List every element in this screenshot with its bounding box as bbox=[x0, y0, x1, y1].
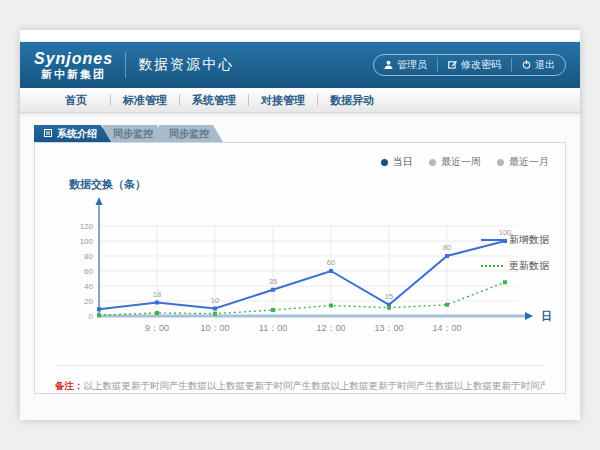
filter-last-month[interactable]: 最近一月 bbox=[497, 155, 549, 169]
svg-text:日期（小时）: 日期（小时） bbox=[541, 310, 551, 323]
tab-label: 系统介绍 bbox=[57, 127, 97, 141]
radio-icon bbox=[497, 159, 504, 166]
legend-item-new-data: 新增数据 bbox=[481, 233, 551, 247]
logo-text-en: Synjones bbox=[34, 51, 113, 67]
time-range-filters: 当日 最近一周 最近一月 bbox=[365, 155, 549, 169]
solid-line-icon bbox=[481, 239, 503, 241]
user-menu-admin[interactable]: 管理员 bbox=[384, 58, 427, 72]
filter-label: 最近一月 bbox=[509, 155, 549, 169]
svg-text:15: 15 bbox=[385, 292, 393, 301]
line-chart: 0204060801001209：0010：0011：0012：0013：001… bbox=[51, 196, 551, 346]
dotted-line-icon bbox=[481, 265, 503, 267]
tab-sync-monitor-2[interactable]: 同步监控 bbox=[159, 125, 223, 142]
nav-divider bbox=[179, 94, 180, 106]
logout-icon bbox=[522, 60, 535, 71]
svg-text:20: 20 bbox=[84, 297, 93, 306]
page-title: 数据资源中心 bbox=[138, 56, 234, 74]
svg-text:35: 35 bbox=[269, 277, 277, 286]
nav-item-data-change[interactable]: 数据异动 bbox=[324, 93, 380, 108]
app-header: Synjones 新中新集团 数据资源中心 管理员 修改密码 bbox=[20, 42, 580, 88]
tab-label: 同步监控 bbox=[169, 127, 209, 141]
user-menu-label: 退出 bbox=[535, 58, 555, 72]
svg-text:14：00: 14：00 bbox=[432, 323, 461, 333]
svg-text:80: 80 bbox=[443, 243, 451, 252]
tab-label: 同步监控 bbox=[113, 127, 153, 141]
svg-text:60: 60 bbox=[327, 258, 335, 267]
y-axis-title: 数据交换（条） bbox=[69, 177, 146, 192]
nav-divider bbox=[248, 94, 249, 106]
filter-label: 当日 bbox=[393, 155, 413, 169]
radio-selected-icon bbox=[381, 159, 388, 166]
nav-item-home[interactable]: 首页 bbox=[48, 93, 104, 108]
tab-system-intro[interactable]: 系统介绍 bbox=[34, 125, 111, 142]
app-window: Synjones 新中新集团 数据资源中心 管理员 修改密码 bbox=[20, 30, 580, 420]
filter-label: 最近一周 bbox=[441, 155, 481, 169]
svg-text:10: 10 bbox=[211, 296, 219, 305]
legend-item-updated-data: 更新数据 bbox=[481, 259, 551, 273]
svg-text:11：00: 11：00 bbox=[259, 323, 287, 333]
nav-divider bbox=[317, 94, 318, 106]
svg-text:120: 120 bbox=[80, 222, 94, 231]
main-nav: 首页 标准管理 系统管理 对接管理 数据异动 bbox=[20, 88, 580, 113]
chart-legend: 新增数据 更新数据 bbox=[481, 233, 551, 285]
user-menu-label: 修改密码 bbox=[461, 58, 501, 72]
filter-last-week[interactable]: 最近一周 bbox=[429, 155, 481, 169]
svg-text:60: 60 bbox=[84, 267, 93, 276]
footnote-label: 备注： bbox=[55, 380, 84, 391]
user-menu-label: 管理员 bbox=[397, 58, 427, 72]
user-icon bbox=[384, 60, 397, 71]
logo-text-cn: 新中新集团 bbox=[34, 69, 113, 80]
legend-label: 更新数据 bbox=[509, 259, 549, 273]
user-menu: 管理员 修改密码 退出 bbox=[373, 54, 566, 76]
svg-text:0: 0 bbox=[89, 312, 94, 321]
chart-panel: 当日 最近一周 最近一月 数据交换（条） 0204060801001209：00… bbox=[34, 142, 566, 394]
svg-text:13：00: 13：00 bbox=[374, 323, 403, 333]
tab-sync-monitor-1[interactable]: 同步监控 bbox=[103, 125, 167, 142]
svg-text:12：00: 12：00 bbox=[316, 323, 345, 333]
svg-text:10：00: 10：00 bbox=[200, 323, 229, 333]
svg-text:18: 18 bbox=[153, 290, 161, 299]
nav-item-interface-mgmt[interactable]: 对接管理 bbox=[255, 93, 311, 108]
tab-bar: 系统介绍 同步监控 同步监控 bbox=[34, 125, 215, 142]
footnote: 备注：以上数据更新于时间产生数据以上数据更新于时间产生数据以上数据更新于时间产生… bbox=[55, 365, 545, 393]
header-divider bbox=[125, 52, 126, 78]
nav-item-system-mgmt[interactable]: 系统管理 bbox=[186, 93, 242, 108]
nav-item-standard-mgmt[interactable]: 标准管理 bbox=[117, 93, 173, 108]
company-logo: Synjones 新中新集团 bbox=[34, 51, 113, 80]
svg-text:40: 40 bbox=[84, 282, 93, 291]
user-menu-change-password[interactable]: 修改密码 bbox=[437, 58, 501, 72]
edit-icon bbox=[448, 60, 461, 71]
user-menu-logout[interactable]: 退出 bbox=[511, 58, 555, 72]
radio-icon bbox=[429, 159, 436, 166]
svg-text:100: 100 bbox=[80, 237, 94, 246]
filter-today[interactable]: 当日 bbox=[381, 155, 413, 169]
svg-text:9：00: 9：00 bbox=[145, 323, 169, 333]
document-icon bbox=[44, 128, 52, 139]
nav-divider bbox=[110, 94, 111, 106]
svg-text:80: 80 bbox=[84, 252, 93, 261]
legend-label: 新增数据 bbox=[509, 233, 549, 247]
top-strip bbox=[20, 30, 580, 42]
footnote-text: 以上数据更新于时间产生数据以上数据更新于时间产生数据以上数据更新于时间产生数据以… bbox=[84, 380, 546, 391]
